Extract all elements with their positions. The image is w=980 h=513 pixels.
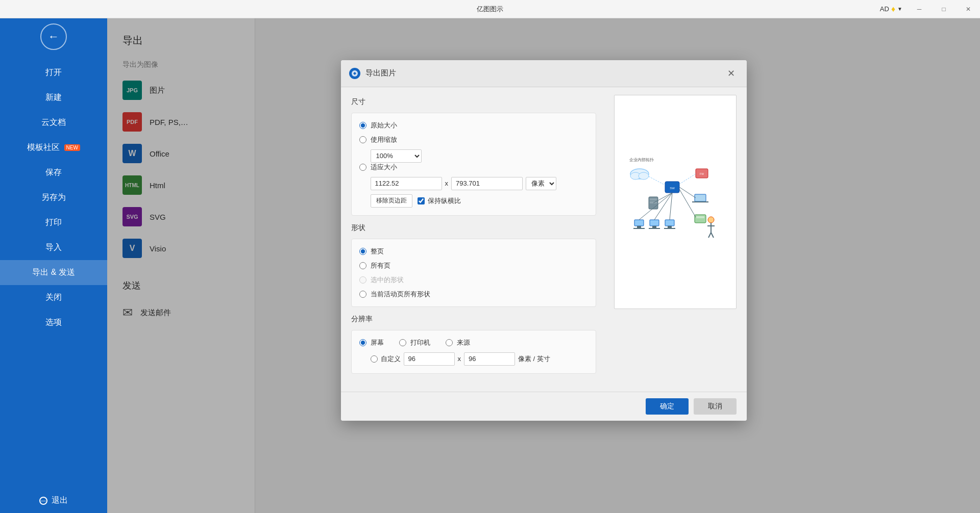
custom-separator: x	[458, 355, 461, 363]
preview-image: 企业内部拓扑 SW FW	[619, 151, 731, 253]
sidebar-item-save[interactable]: 保存	[0, 160, 107, 185]
svg-rect-20	[664, 228, 675, 229]
selected-shapes-label: 选中的形状	[371, 275, 404, 285]
printer-resolution-radio[interactable]	[399, 339, 406, 346]
sidebar-item-open[interactable]: 打开	[0, 60, 107, 85]
confirm-button[interactable]: 确定	[646, 398, 689, 415]
svg-point-25	[708, 217, 714, 223]
sidebar-item-import[interactable]: 导入	[0, 235, 107, 260]
svg-line-37	[679, 189, 696, 217]
original-size-label: 原始大小	[371, 121, 397, 130]
current-page-label: 当前活动页所有形状	[371, 290, 430, 299]
dialog-logo-icon	[351, 70, 358, 77]
selected-shapes-radio	[359, 276, 366, 284]
maximize-button[interactable]: □	[932, 0, 955, 18]
scale-radio[interactable]	[359, 136, 366, 143]
fit-label: 适应大小	[371, 163, 397, 172]
height-input[interactable]	[451, 177, 523, 190]
source-resolution-label: 来源	[457, 338, 470, 347]
sidebar-item-new[interactable]: 新建	[0, 85, 107, 110]
sidebar-item-template[interactable]: 模板社区 NEW	[0, 135, 107, 160]
custom-resolution-radio[interactable]	[371, 355, 378, 363]
screen-resolution-radio[interactable]	[359, 339, 366, 346]
back-button[interactable]: ←	[40, 23, 67, 50]
whole-page-radio[interactable]	[359, 248, 366, 255]
all-pages-row: 所有页	[359, 261, 588, 270]
fit-row: 适应大小	[359, 163, 588, 172]
dialog-header: 导出图片 ✕	[341, 60, 747, 87]
scale-row: 使用缩放	[359, 135, 588, 144]
svg-rect-18	[665, 220, 674, 226]
scale-select[interactable]: 100% 50% 200%	[371, 149, 422, 163]
remove-margin-button[interactable]: 移除页边距	[371, 194, 412, 208]
svg-line-36	[679, 187, 696, 198]
all-pages-radio[interactable]	[359, 262, 366, 269]
svg-rect-21	[695, 194, 706, 201]
dialog-header-icon	[349, 68, 360, 79]
svg-rect-14	[633, 228, 645, 229]
sidebar-item-print[interactable]: 打印	[0, 210, 107, 235]
svg-line-35	[670, 193, 672, 220]
sidebar: ← 打开 新建 云文档 模板社区 NEW 保存 另存为 打印 导入 导出 & 发…	[0, 18, 107, 513]
custom-resolution-label: 自定义	[381, 354, 401, 364]
custom-x-input[interactable]	[404, 352, 455, 366]
sidebar-item-exit[interactable]: — 退出	[0, 488, 107, 513]
custom-resolution-row: 自定义 x 像素 / 英寸	[371, 352, 588, 366]
original-size-radio[interactable]	[359, 122, 366, 129]
keep-ratio-checkbox[interactable]	[418, 197, 425, 204]
svg-rect-12	[634, 220, 644, 226]
cancel-button[interactable]: 取消	[694, 398, 737, 415]
dropdown-arrow-icon[interactable]: ▼	[897, 6, 902, 12]
source-resolution-radio[interactable]	[446, 339, 453, 346]
sidebar-item-cloud[interactable]: 云文档	[0, 110, 107, 135]
svg-rect-17	[649, 228, 660, 229]
new-badge: NEW	[64, 144, 80, 151]
source-resolution-row: 来源	[446, 338, 470, 347]
sidebar-item-saveas[interactable]: 另存为	[0, 185, 107, 210]
whole-page-label: 整页	[371, 247, 384, 256]
svg-line-31	[679, 174, 696, 184]
scale-input-row: 100% 50% 200%	[371, 149, 588, 163]
fit-radio[interactable]	[359, 164, 366, 171]
shape-section-label: 形状	[351, 223, 596, 233]
app-title: 亿图图示	[477, 5, 503, 14]
width-input[interactable]	[371, 177, 442, 190]
x-separator: x	[445, 179, 449, 187]
unit-select[interactable]: 像素 厘米 英寸	[526, 177, 556, 190]
svg-rect-16	[652, 226, 656, 228]
custom-y-wrapper	[464, 352, 515, 366]
custom-unit-label: 像素 / 英寸	[518, 354, 550, 364]
svg-line-29	[711, 233, 714, 238]
export-dialog: 导出图片 ✕ 尺寸 原始大小	[341, 60, 747, 421]
close-button[interactable]: ✕	[957, 0, 980, 18]
svg-rect-22	[692, 201, 708, 202]
original-size-row: 原始大小	[359, 121, 588, 130]
dialog-title: 导出图片	[365, 68, 719, 78]
svg-rect-15	[650, 220, 659, 226]
current-page-radio[interactable]	[359, 291, 366, 298]
whole-page-row: 整页	[359, 247, 588, 256]
minimize-button[interactable]: ─	[908, 0, 931, 18]
screen-resolution-row: 屏幕	[359, 338, 384, 347]
sidebar-item-close[interactable]: 关闭	[0, 285, 107, 310]
svg-point-4	[639, 172, 649, 179]
resolution-group: 屏幕 打印机 来源	[351, 330, 596, 374]
printer-resolution-row: 打印机	[399, 338, 430, 347]
sidebar-item-export[interactable]: 导出 & 发送	[0, 260, 107, 285]
user-area: AD ♦ ▼	[880, 5, 902, 14]
svg-text:SW: SW	[670, 187, 675, 190]
title-bar: 亿图图示 AD ♦ ▼ ─ □ ✕	[0, 0, 980, 18]
keep-ratio-label: 保持纵横比	[428, 196, 461, 206]
custom-x-wrapper	[404, 352, 455, 366]
screen-resolution-label: 屏幕	[371, 338, 384, 347]
keep-ratio-row: 保持纵横比	[418, 196, 461, 206]
fit-input-row: x 像素 厘米 英寸	[371, 177, 588, 190]
main-content: 导出 导出为图像 JPG 图片 PDF PDF, PS,… W Office H…	[107, 18, 980, 513]
network-diagram-svg: 企业内部拓扑 SW FW	[624, 153, 726, 250]
sidebar-item-options[interactable]: 选项	[0, 310, 107, 335]
custom-y-input[interactable]	[464, 352, 515, 366]
printer-resolution-label: 打印机	[410, 338, 430, 347]
fit-actions-row: 移除页边距 保持纵横比	[371, 194, 588, 208]
dialog-close-button[interactable]: ✕	[724, 66, 739, 81]
user-initials: AD	[880, 5, 889, 13]
